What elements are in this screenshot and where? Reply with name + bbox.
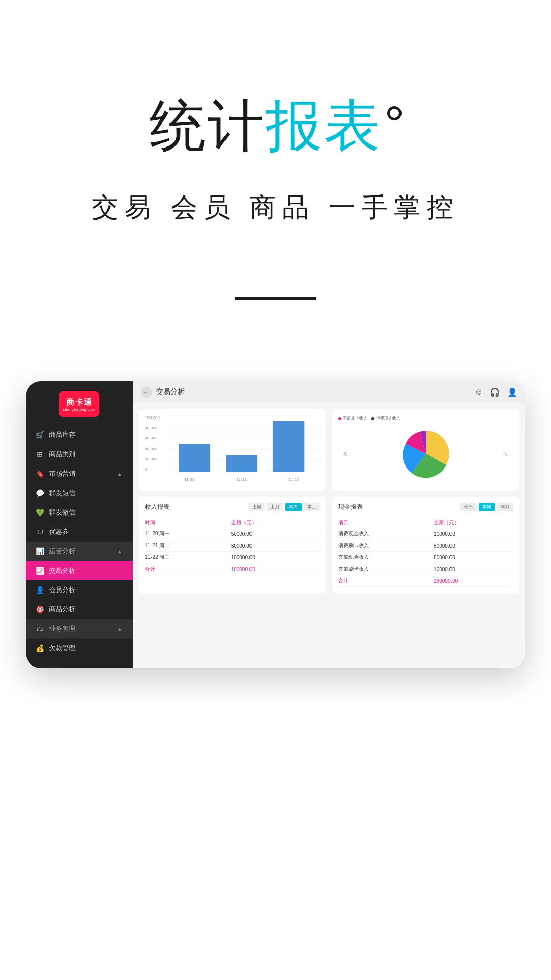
table-row-total: 合计 180000.00 — [145, 564, 320, 575]
money-icon: 💰 — [36, 644, 44, 652]
sidebar-item-goods-inventory[interactable]: 🛒 商品库存 — [26, 425, 133, 445]
y-label: 80,000 — [145, 426, 160, 430]
row-amount: 30000.00 — [231, 540, 320, 552]
table-row: 充值现金收入 80000.00 — [338, 552, 513, 564]
cash-table: 项目 金额（元） 消费现金收入 10000.00 消费刷卡收入 80 — [338, 518, 513, 587]
row-amount: 10000.00 — [434, 564, 513, 575]
sidebar-item-coupon[interactable]: 🏷 优惠券 — [26, 522, 133, 542]
legend-item-consume: 消费现金收入 — [371, 415, 400, 421]
total-value: 180000.00 — [231, 564, 320, 575]
cash-section-label: 现金报表 — [338, 503, 363, 511]
cart-icon: 🛒 — [36, 431, 44, 439]
legend-label: 充值刷卡收入 — [343, 415, 367, 421]
dashboard-wrapper: 商卡通 shangkatong.com 🛒 商品库存 ⊞ 商品类别 🔖 市场营销… — [26, 381, 525, 668]
hero-divider — [235, 297, 316, 300]
row-amount: 10000.00 — [434, 528, 513, 540]
row-item: 消费刷卡收入 — [338, 540, 434, 552]
sidebar-item-product[interactable]: 🎯 商品分析 — [26, 600, 133, 619]
sidebar-label: 欠款管理 — [49, 644, 76, 653]
hero-subtitle: 交易 会员 商品 一手掌控 — [92, 190, 459, 226]
title-black: 统计 — [149, 94, 266, 157]
tab-last-month[interactable]: 上月 — [267, 503, 283, 511]
legend-dot-consume — [371, 417, 374, 420]
row-amount: 100000.00 — [231, 552, 320, 564]
tab-this-week-cash[interactable]: 本周 — [479, 503, 495, 511]
arrow-up-icon3: ▲ — [117, 626, 122, 632]
logo-text-cn: 商卡通 — [66, 397, 92, 408]
tab-this-month-cash[interactable]: 本月 — [497, 503, 513, 511]
legend-label: 消费现金收入 — [376, 415, 400, 421]
pie-legend: 充值刷卡收入 消费现金收入 — [338, 415, 513, 421]
header-icons: ☺ 🎧 👤 — [474, 387, 517, 397]
pie-label-right: 消... — [503, 451, 511, 457]
y-axis-labels: 100,000 80,000 60,000 40,000 20,000 0 — [145, 415, 160, 472]
pie-chart-card: 充值刷卡收入 消费现金收入 充... — [332, 409, 519, 491]
y-label: 100,000 — [145, 415, 160, 420]
cash-report-card: 现金报表 今天 本周 本月 项目 金额（元） — [332, 497, 519, 593]
sidebar-label: 群发微信 — [49, 508, 76, 517]
col-amount: 金额（元） — [231, 518, 320, 528]
row-amount: 80000.00 — [434, 552, 513, 564]
headphone-icon[interactable]: 🎧 — [490, 387, 500, 397]
sidebar-label: 商品库存 — [49, 430, 76, 439]
sidebar-item-sms[interactable]: 💬 群发短信 — [26, 483, 133, 503]
chat-icon: 💬 — [36, 489, 44, 497]
row-date: 11-22 周三 — [145, 552, 231, 564]
col-date: 时间 — [145, 518, 231, 528]
sidebar-item-goods-category[interactable]: ⊞ 商品类别 — [26, 445, 133, 464]
tab-last-week[interactable]: 上周 — [248, 503, 265, 511]
chart-icon: 📊 — [36, 547, 44, 555]
row-date: 11-20 周一 — [145, 528, 231, 540]
sidebar-item-debt[interactable]: 💰 欠款管理 — [26, 639, 133, 658]
x-label: 11-20 — [184, 477, 194, 482]
y-label: 60,000 — [145, 436, 160, 440]
table-row: 消费现金收入 10000.00 — [338, 528, 513, 540]
x-label: 11-22 — [289, 477, 299, 482]
tag-icon: 🏷 — [36, 528, 44, 536]
bookmark-icon: 🔖 — [36, 470, 44, 478]
tab-today[interactable]: 今天 — [460, 503, 477, 511]
menu-dots[interactable]: ··· — [141, 386, 152, 398]
content-body: 100,000 80,000 60,000 40,000 20,000 0 — [133, 403, 525, 599]
header-title: 交易分析 — [156, 387, 185, 397]
main-header: ··· 交易分析 ☺ 🎧 👤 — [133, 381, 525, 403]
grid-icon: ⊞ — [36, 450, 44, 458]
circle-decoration — [387, 106, 402, 120]
logo-text-en: shangkatong.com — [63, 408, 95, 411]
smile-icon[interactable]: ☺ — [474, 387, 483, 397]
sidebar-item-member[interactable]: 👤 会员分析 — [26, 580, 133, 600]
business-icon: 🗂 — [36, 625, 44, 633]
svg-rect-6 — [179, 444, 210, 472]
sidebar-label: 市场营销 — [49, 469, 76, 478]
table-row: 11-20 周一 50000.00 — [145, 528, 320, 540]
col-item: 项目 — [338, 518, 434, 528]
row-amount: 80000.00 — [434, 540, 513, 552]
user-icon[interactable]: 👤 — [507, 387, 517, 397]
table-row: 11-22 周三 100000.00 — [145, 552, 320, 564]
person-icon: 👤 — [36, 586, 44, 594]
bar-chart-card: 100,000 80,000 60,000 40,000 20,000 0 — [139, 409, 326, 491]
table-row: 11-21 周二 30000.00 — [145, 540, 320, 552]
col-amount: 金额（元） — [434, 518, 513, 528]
arrow-up-icon2: ▲ — [117, 549, 122, 554]
bar-chart-container: 100,000 80,000 60,000 40,000 20,000 0 — [145, 415, 320, 482]
sidebar-item-wechat[interactable]: 💚 群发微信 — [26, 503, 133, 522]
total-label: 合计 — [338, 575, 434, 587]
tab-this-week[interactable]: 本周 — [285, 503, 302, 511]
svg-rect-8 — [273, 421, 304, 472]
revenue-table: 时间 金额（元） 11-20 周一 50000.00 11-21 周二 — [145, 518, 320, 575]
logo-box: 商卡通 shangkatong.com — [59, 391, 99, 417]
sidebar-label: 会员分析 — [49, 585, 76, 595]
sidebar-item-business[interactable]: 🗂 业务管理 ▲ — [26, 619, 133, 639]
x-label: 11-21 — [236, 477, 246, 482]
revenue-tab-group: 上周 上月 本周 本月 — [248, 503, 320, 511]
sidebar-item-transaction[interactable]: 📈 交易分析 — [26, 561, 133, 580]
product-icon: 🎯 — [36, 605, 44, 614]
pie-container: 充... — [338, 423, 513, 484]
pie-svg — [400, 428, 452, 479]
tab-this-month[interactable]: 本月 — [304, 503, 320, 511]
svg-rect-7 — [226, 455, 257, 472]
revenue-section-label: 收入报表 — [145, 503, 169, 511]
sidebar-item-marketing[interactable]: 🔖 市场营销 ▲ — [26, 464, 133, 483]
sidebar-item-operations[interactable]: 📊 运营分析 ▲ — [26, 542, 133, 561]
